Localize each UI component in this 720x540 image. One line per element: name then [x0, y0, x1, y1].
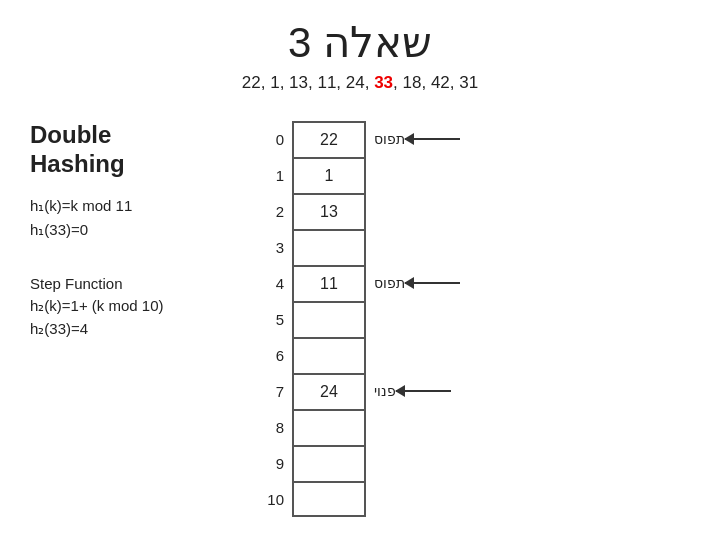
subtitle-highlight: 33 [374, 73, 393, 92]
index-9: 9 [260, 445, 288, 481]
step-function-label: Step Function [30, 273, 250, 296]
arrow-row-3 [374, 229, 466, 265]
page-title: שאלה 3 [0, 18, 720, 67]
index-6: 6 [260, 337, 288, 373]
arrow-row-5 [374, 301, 466, 337]
index-8: 8 [260, 409, 288, 445]
index-0: 0 [260, 121, 288, 157]
hash-row-8 [294, 409, 364, 445]
hash-row-1: 1 [294, 157, 364, 193]
index-1: 1 [260, 157, 288, 193]
h1-value: h₁(33)=0 [30, 221, 250, 239]
index-5: 5 [260, 301, 288, 337]
hash-row-3 [294, 229, 364, 265]
subtitle-before: 22, 1, 13, 11, 24, [242, 73, 374, 92]
arrow-label-4: תפוס [374, 275, 466, 291]
arrow-row-2 [374, 193, 466, 229]
hash-row-5 [294, 301, 364, 337]
hash-row-9 [294, 445, 364, 481]
index-2: 2 [260, 193, 288, 229]
arrow-row-0: תפוס [374, 121, 466, 157]
hash-row-0: 22 [294, 121, 364, 157]
arrow-row-9 [374, 445, 466, 481]
hash-row-6 [294, 337, 364, 373]
arrow-row-7: פנוי [374, 373, 466, 409]
arrow-row-8 [374, 409, 466, 445]
step-h2-value: h₂(33)=4 [30, 318, 250, 341]
arrow-row-1 [374, 157, 466, 193]
arrow-row-10 [374, 481, 466, 517]
double-hashing-label: Double Hashing [30, 121, 250, 179]
hash-table: 221131124 [292, 121, 366, 517]
hash-row-2: 13 [294, 193, 364, 229]
hash-table-area: 012345678910 221131124 תפוס תפוס פנוי [260, 121, 466, 517]
index-10: 10 [260, 481, 288, 517]
index-4: 4 [260, 265, 288, 301]
h1-formula: h₁(k)=k mod 11 [30, 197, 250, 215]
index-column: 012345678910 [260, 121, 288, 517]
index-3: 3 [260, 229, 288, 265]
hash-row-10 [294, 481, 364, 517]
arrow-label-7: פנוי [374, 383, 457, 399]
arrow-row-6 [374, 337, 466, 373]
subtitle-after: , 18, 42, 31 [393, 73, 478, 92]
index-7: 7 [260, 373, 288, 409]
hash-row-7: 24 [294, 373, 364, 409]
subtitle: 22, 1, 13, 11, 24, 33, 18, 42, 31 [0, 73, 720, 93]
hash-row-4: 11 [294, 265, 364, 301]
arrow-label-0: תפוס [374, 131, 466, 147]
step-h2-formula: h₂(k)=1+ (k mod 10) [30, 295, 250, 318]
arrows-area: תפוס תפוס פנוי [374, 121, 466, 517]
arrow-row-4: תפוס [374, 265, 466, 301]
